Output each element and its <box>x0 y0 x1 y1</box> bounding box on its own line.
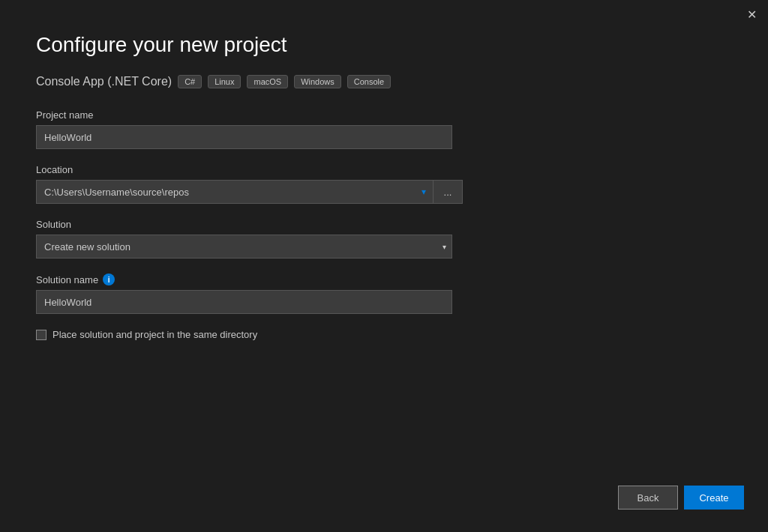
solution-name-section: Solution name i <box>36 273 732 314</box>
browse-button[interactable]: ... <box>433 180 463 204</box>
project-name-section: Project name <box>36 109 732 149</box>
same-directory-label[interactable]: Place solution and project in the same d… <box>52 329 257 340</box>
footer-buttons: Back Create <box>618 486 744 510</box>
back-button[interactable]: Back <box>618 486 678 510</box>
solution-name-label: Solution name i <box>36 273 732 285</box>
solution-label: Solution <box>36 219 732 230</box>
main-content: Configure your new project Console App (… <box>0 0 768 370</box>
same-directory-row: Place solution and project in the same d… <box>36 329 732 340</box>
close-icon: ✕ <box>747 9 757 21</box>
solution-select[interactable]: Create new solution Add to solution Crea… <box>36 235 452 259</box>
badge-linux: Linux <box>208 75 241 88</box>
same-directory-checkbox[interactable] <box>36 330 46 340</box>
subtitle-row: Console App (.NET Core) C# Linux macOS W… <box>36 75 732 88</box>
solution-select-wrapper: Create new solution Add to solution Crea… <box>36 235 452 259</box>
create-button[interactable]: Create <box>684 486 744 510</box>
project-name-label: Project name <box>36 109 732 121</box>
badge-console: Console <box>347 75 391 88</box>
location-row: ▾ ... <box>36 180 732 204</box>
project-name-input[interactable] <box>36 125 452 149</box>
subtitle-text: Console App (.NET Core) <box>36 75 172 88</box>
close-button[interactable]: ✕ <box>746 9 758 21</box>
solution-section: Solution Create new solution Add to solu… <box>36 219 732 259</box>
info-icon[interactable]: i <box>103 273 115 285</box>
dropdown-arrow-icon: ▾ <box>422 187 426 197</box>
badge-macos: macOS <box>247 75 288 88</box>
location-input[interactable] <box>36 180 415 204</box>
location-label: Location <box>36 164 732 175</box>
page-title: Configure your new project <box>36 33 732 57</box>
solution-name-input[interactable] <box>36 290 452 314</box>
configure-project-window: ✕ Configure your new project Console App… <box>0 0 768 532</box>
location-dropdown-indicator: ▾ <box>415 180 433 204</box>
location-section: Location ▾ ... <box>36 164 732 204</box>
badge-csharp: C# <box>178 75 202 88</box>
badge-windows: Windows <box>294 75 341 88</box>
